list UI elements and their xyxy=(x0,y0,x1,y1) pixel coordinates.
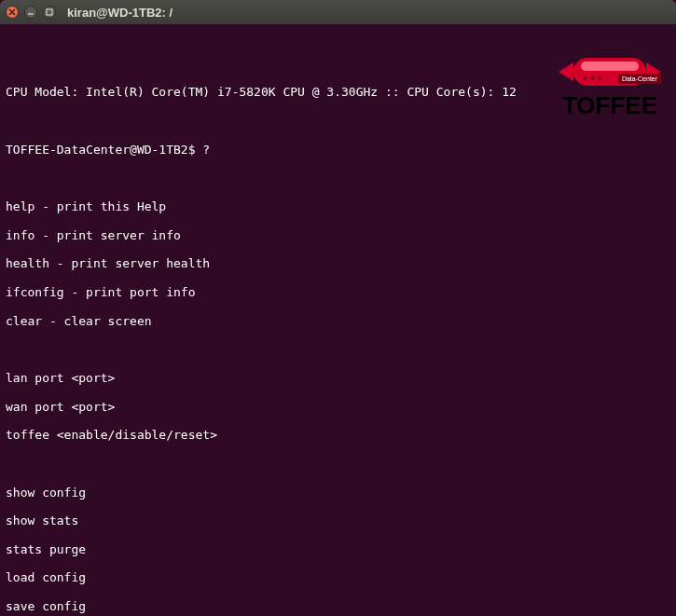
close-icon[interactable] xyxy=(6,6,19,19)
svg-rect-5 xyxy=(581,62,639,71)
svg-rect-4 xyxy=(573,58,646,86)
minimize-icon[interactable] xyxy=(24,6,37,19)
output-line: lan port <port> xyxy=(6,371,670,385)
svg-rect-3 xyxy=(47,9,52,15)
svg-rect-9 xyxy=(618,74,661,84)
window-titlebar: kiran@WD-1TB2: / xyxy=(0,0,676,24)
output-line: CPU Model: Intel(R) Core(TM) i7-5820K CP… xyxy=(6,85,670,99)
output-line: ifconfig - print port info xyxy=(6,285,670,299)
output-line: toffee <enable/disable/reset> xyxy=(6,428,670,442)
output-line: health - print server health xyxy=(6,256,670,270)
command-text: ? xyxy=(202,143,210,157)
output-line: show config xyxy=(6,486,670,500)
output-line: save config xyxy=(6,599,670,613)
svg-point-6 xyxy=(583,76,586,80)
terminal[interactable]: Data-Center TOFFEE CPU Model: Intel(R) C… xyxy=(0,24,676,616)
output-line: wan port <port> xyxy=(6,400,670,414)
maximize-icon[interactable] xyxy=(43,6,56,19)
output-line: load config xyxy=(6,570,670,584)
output-line: stats purge xyxy=(6,542,670,556)
svg-point-8 xyxy=(598,76,601,80)
window-title: kiran@WD-1TB2: / xyxy=(67,6,172,20)
output-line: help - print this Help xyxy=(6,199,670,213)
output-line: show stats xyxy=(6,513,670,527)
svg-point-7 xyxy=(590,76,594,80)
prompt: TOFFEE-DataCenter@WD-1TB2$ xyxy=(6,143,202,157)
output-line: clear - clear screen xyxy=(6,314,670,328)
output-line: info - print server info xyxy=(6,228,670,242)
logo-badge-text: Data-Center xyxy=(622,75,658,82)
